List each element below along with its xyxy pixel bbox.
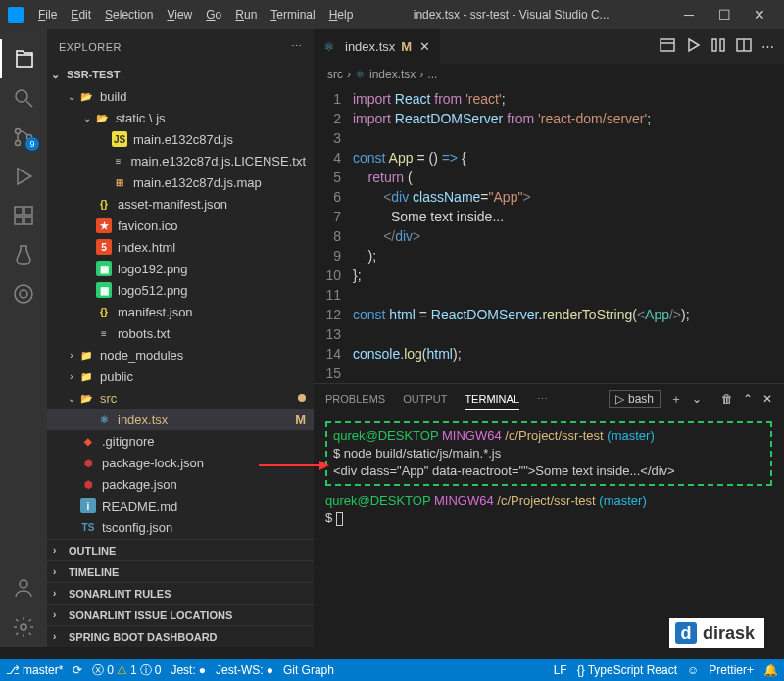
file-map[interactable]: ⊞main.e132c87d.js.map (47, 171, 314, 193)
svg-point-2 (16, 90, 27, 102)
editor-more-icon[interactable]: ⋯ (761, 39, 774, 54)
title-bar: File Edit Selection View Go Run Terminal… (0, 0, 784, 29)
react-icon: ⚛ (323, 39, 339, 55)
menu-help[interactable]: Help (322, 4, 361, 25)
scm-icon[interactable]: 9 (0, 118, 47, 157)
status-lang[interactable]: {} TypeScript React (577, 663, 677, 677)
svg-marker-18 (689, 39, 699, 51)
svg-point-13 (20, 290, 27, 298)
tab-output[interactable]: OUTPUT (403, 389, 447, 409)
status-lf[interactable]: LF (554, 663, 567, 677)
status-problems[interactable]: ⓧ 0 ⚠ 1 ⓘ 0 (92, 662, 161, 679)
minimize-button[interactable]: ─ (672, 2, 706, 27)
maximize-panel-icon[interactable]: ⌃ (743, 392, 753, 406)
tab-close-icon[interactable]: ✕ (419, 39, 430, 54)
code-editor[interactable]: 123456789101112131415 import React from … (314, 85, 784, 383)
debug-icon[interactable] (0, 157, 47, 196)
close-panel-icon[interactable]: ✕ (762, 392, 772, 406)
file-license[interactable]: ≡main.e132c87d.js.LICENSE.txt (47, 150, 314, 171)
explorer-icon[interactable] (0, 39, 47, 78)
menu-run[interactable]: Run (228, 4, 264, 25)
status-jest[interactable]: Jest: ● (171, 663, 206, 677)
vscode-icon (8, 7, 24, 23)
trash-icon[interactable]: 🗑 (721, 392, 733, 406)
file-asset-manifest[interactable]: {}asset-manifest.json (47, 193, 314, 215)
close-button[interactable]: ✕ (743, 2, 776, 27)
menu-selection[interactable]: Selection (98, 4, 160, 25)
status-feedback[interactable]: ☺ (687, 663, 699, 677)
svg-point-5 (16, 141, 21, 146)
menu-edit[interactable]: Edit (64, 4, 98, 25)
section-spring-boot[interactable]: SPRING BOOT DASHBOARD (47, 625, 314, 647)
file-pkg[interactable]: ⬢package.json (47, 473, 314, 495)
menu-terminal[interactable]: Terminal (264, 4, 321, 25)
menu-file[interactable]: File (31, 4, 64, 25)
tab-terminal[interactable]: TERMINAL (465, 389, 519, 410)
file-logo192[interactable]: ▦logo192.png (47, 258, 314, 279)
shell-selector[interactable]: ▷bash (609, 390, 661, 408)
tab-modified: M (401, 39, 412, 54)
search-icon[interactable] (0, 78, 47, 118)
status-sync[interactable]: ⟳ (73, 663, 82, 677)
modified-dot-icon (298, 394, 306, 402)
modified-badge: M (295, 413, 306, 427)
split-icon[interactable] (736, 37, 752, 56)
svg-rect-19 (712, 39, 716, 51)
maximize-button[interactable]: ☐ (708, 2, 741, 27)
highlighted-output: qurek@DESKTOP MINGW64 /c/Project/ssr-tes… (325, 421, 772, 486)
breadcrumb[interactable]: src› ⚛ index.tsx› ... (314, 64, 784, 85)
tab-index-tsx[interactable]: ⚛ index.tsx M ✕ (314, 29, 441, 64)
folder-static[interactable]: 📂static \ js (47, 107, 314, 128)
tab-more[interactable]: ⋯ (537, 389, 548, 410)
folder-node-modules[interactable]: 📁node_modules (47, 344, 314, 365)
arrow-annotation (259, 464, 327, 466)
tab-problems[interactable]: PROBLEMS (325, 389, 385, 409)
file-tsconfig[interactable]: TStsconfig.json (47, 516, 314, 538)
file-manifest[interactable]: {}manifest.json (47, 301, 314, 322)
test-icon[interactable] (0, 235, 47, 274)
project-header[interactable]: SSR-TEST (47, 64, 314, 85)
open-preview-icon[interactable] (660, 37, 675, 56)
section-outline[interactable]: OUTLINE (47, 539, 314, 560)
menu-view[interactable]: View (160, 4, 199, 25)
status-branch[interactable]: ⎇ master* (6, 663, 63, 677)
file-favicon[interactable]: ★favicon.ico (47, 215, 314, 236)
run-code-icon[interactable] (685, 37, 701, 56)
activity-bar: 9 (0, 29, 47, 647)
folder-public[interactable]: 📁public (47, 365, 314, 387)
status-prettier[interactable]: Prettier+ (709, 663, 754, 677)
file-logo512[interactable]: ▦logo512.png (47, 279, 314, 301)
status-gitgraph[interactable]: Git Graph (283, 663, 334, 677)
file-readme[interactable]: iREADME.md (47, 495, 314, 516)
file-index-html[interactable]: 5index.html (47, 236, 314, 258)
menu-go[interactable]: Go (199, 4, 228, 25)
terminal[interactable]: qurek@DESKTOP MINGW64 /c/Project/ssr-tes… (314, 413, 784, 535)
gear-icon[interactable] (0, 608, 47, 647)
code-content[interactable]: import React from 'react'; import ReactD… (353, 89, 784, 383)
svg-marker-7 (18, 169, 31, 184)
target-icon[interactable] (0, 274, 47, 314)
account-icon[interactable] (0, 568, 47, 608)
section-timeline[interactable]: TIMELINE (47, 560, 314, 582)
new-terminal-icon[interactable]: ＋ (670, 391, 682, 408)
section-sonarlint-rules[interactable]: SONARLINT RULES (47, 582, 314, 604)
window-title: index.tsx - ssr-test - Visual Studio C..… (360, 8, 662, 22)
explorer-more-icon[interactable]: ⋯ (291, 40, 303, 53)
extensions-icon[interactable] (0, 196, 47, 235)
folder-build[interactable]: 📂build (47, 85, 314, 107)
explorer-sidebar: EXPLORER⋯ SSR-TEST 📂build 📂static \ js J… (47, 29, 314, 647)
file-pkg-lock[interactable]: ⬢package-lock.json (47, 452, 314, 473)
cursor (336, 512, 343, 526)
file-main-js[interactable]: JSmain.e132c87d.js (47, 128, 314, 150)
folder-src[interactable]: 📂src (47, 387, 314, 409)
status-bell[interactable]: 🔔 (763, 663, 778, 677)
svg-point-12 (15, 285, 32, 303)
diff-icon[interactable] (710, 37, 726, 56)
bottom-panel: PROBLEMS OUTPUT TERMINAL ⋯ ▷bash ＋ ⌄ 🗑 ⌃… (314, 383, 784, 608)
file-index-tsx[interactable]: ⚛index.tsxM (47, 409, 314, 430)
status-jest-ws[interactable]: Jest-WS: ● (216, 663, 273, 677)
file-robots[interactable]: ≡robots.txt (47, 322, 314, 344)
file-gitignore[interactable]: ◆.gitignore (47, 430, 314, 452)
section-sonarlint-issues[interactable]: SONARLINT ISSUE LOCATIONS (47, 604, 314, 625)
sidebar-sections: OUTLINE TIMELINE SONARLINT RULES SONARLI… (47, 539, 314, 647)
